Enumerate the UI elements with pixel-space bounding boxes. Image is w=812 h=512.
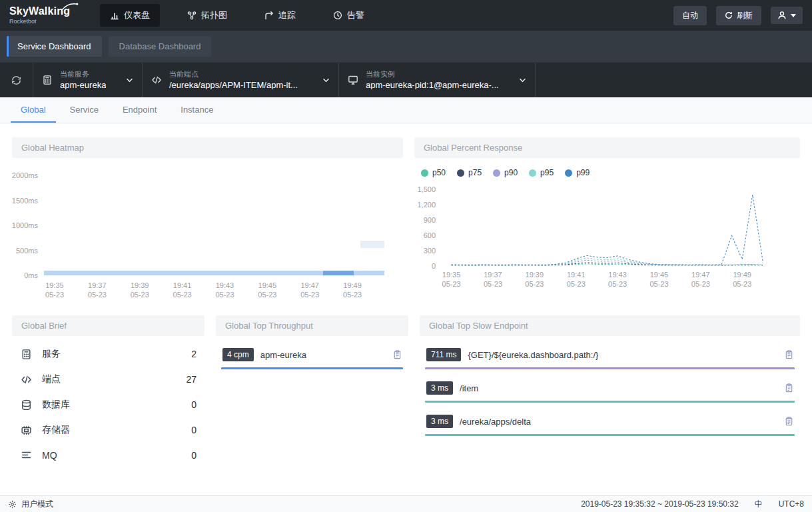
- brief-row-mq: MQ 0: [12, 443, 204, 467]
- x-axis-label: 19:4905-23: [733, 270, 751, 289]
- dashboard-tabs-bar: Service Dashboard Database Dashboard: [0, 31, 812, 62]
- tab-endpoint[interactable]: Endpoint: [113, 97, 167, 123]
- legend-dot: [421, 169, 428, 177]
- skywalking-logo[interactable]: SkyWalking Rocketbot: [9, 6, 73, 25]
- reload-context-button[interactable]: [0, 63, 33, 97]
- caret-down-icon: [791, 14, 796, 17]
- selector-label: 当前端点: [169, 71, 298, 78]
- series-line-p90: [452, 260, 763, 265]
- service-icon: [42, 75, 53, 85]
- refresh-button[interactable]: 刷新: [716, 6, 761, 25]
- gear-icon: [8, 500, 17, 509]
- time-range[interactable]: 2019-05-23 19:35:32 ~ 2019-05-23 19:50:3…: [581, 499, 739, 509]
- nav-item-trace[interactable]: 追踪: [254, 4, 306, 27]
- card-title: Global Top Throughput: [216, 315, 408, 336]
- top-navbar: SkyWalking Rocketbot 仪表盘 拓扑图 追踪: [0, 0, 812, 31]
- chevron-down-icon: [519, 78, 526, 83]
- dashboard-icon: [110, 11, 119, 20]
- copy-icon[interactable]: [785, 350, 793, 359]
- copy-icon[interactable]: [785, 417, 793, 426]
- brief-label: MQ: [42, 450, 57, 461]
- x-axis-label: 19:4505-23: [258, 281, 276, 300]
- throughput-badge: 4 cpm: [222, 348, 254, 361]
- context-selector-bar: 当前服务 apm-eureka 当前端点 /eureka/apps/APM-IT…: [0, 62, 812, 97]
- series-line-p99: [452, 195, 763, 265]
- x-axis-label: 19:4705-23: [300, 281, 319, 300]
- endpoint-name: /item: [460, 383, 478, 393]
- service-icon: [20, 349, 32, 360]
- user-menu[interactable]: [771, 7, 803, 24]
- heatmap-plot: [44, 175, 384, 275]
- card-title: Global Percent Response: [414, 137, 800, 158]
- y-axis-label: 2000ms: [12, 171, 38, 179]
- auto-refresh-button[interactable]: 自动: [673, 6, 707, 25]
- copy-icon[interactable]: [785, 383, 793, 393]
- y-axis-label: 1000ms: [12, 221, 38, 229]
- tab-database-dashboard[interactable]: Database Dashboard: [109, 36, 212, 57]
- instance-icon: [348, 75, 358, 85]
- x-axis-label: 19:4305-23: [215, 281, 234, 300]
- legend-item-p90[interactable]: p90: [493, 168, 518, 177]
- latency-badge: 3 ms: [426, 381, 453, 395]
- latency-bar: [425, 367, 795, 369]
- global-percent-response-card: Global Percent Response p50p75p90p95p99 …: [414, 137, 800, 303]
- brief-label: 存储器: [42, 424, 70, 436]
- nav-item-alarm[interactable]: 告警: [323, 4, 374, 27]
- legend-label: p50: [432, 168, 446, 177]
- legend-label: p95: [540, 168, 554, 177]
- legend-item-p99[interactable]: p99: [565, 168, 590, 177]
- throughput-name: apm-eureka: [260, 350, 306, 360]
- chevron-down-icon: [126, 78, 133, 83]
- y-axis-label: 1,500: [417, 185, 436, 193]
- response-legend: p50p75p90p95p99: [421, 168, 800, 177]
- y-axis-label: 600: [424, 231, 436, 239]
- x-axis-label: 19:3705-23: [484, 270, 502, 289]
- selector-label: 当前实例: [366, 71, 499, 78]
- main-nav: 仪表盘 拓扑图 追踪 告警: [100, 4, 374, 27]
- heatmap-cell: [323, 271, 354, 276]
- user-icon: [777, 11, 787, 20]
- refresh-button-label: 刷新: [737, 10, 753, 21]
- x-axis-label: 19:4105-23: [567, 270, 586, 289]
- endpoint-name: /eureka/apps/delta: [460, 417, 531, 427]
- x-axis-label: 19:3505-23: [45, 281, 64, 300]
- response-x-axis: 19:3505-2319:3705-2319:3905-2319:4105-23…: [441, 270, 773, 293]
- brief-value: 0: [191, 425, 197, 435]
- current-instance-selector[interactable]: 当前实例 apm-eureka-pid:1@apm-eureka-...: [339, 63, 536, 97]
- slow-endpoint-entry: 3 ms /eureka/apps/delta: [425, 413, 795, 436]
- legend-label: p99: [576, 168, 590, 177]
- copy-icon[interactable]: [393, 350, 402, 359]
- legend-item-p95[interactable]: p95: [529, 168, 554, 177]
- brief-label: 服务: [42, 348, 61, 360]
- endpoint-name: {GET}/${eureka.dashboard.path:/}: [468, 350, 598, 360]
- language-toggle[interactable]: 中: [755, 499, 763, 510]
- y-axis-label: 500ms: [16, 247, 38, 255]
- tab-service-dashboard[interactable]: Service Dashboard: [7, 36, 102, 57]
- legend-item-p50[interactable]: p50: [421, 168, 446, 177]
- tab-instance[interactable]: Instance: [171, 97, 223, 123]
- response-y-axis: 1,500 1,200 900 600 300 0: [414, 189, 441, 266]
- timezone-selector[interactable]: UTC+8: [779, 499, 804, 509]
- current-service-selector[interactable]: 当前服务 apm-eureka: [33, 63, 143, 97]
- current-endpoint-selector[interactable]: 当前端点 /eureka/apps/APM-ITEM/apm-it...: [143, 63, 339, 97]
- tab-service[interactable]: Service: [60, 97, 109, 123]
- brief-row-service: 服务 2: [12, 341, 204, 367]
- user-mode-toggle[interactable]: 用户模式: [8, 499, 53, 510]
- endpoint-icon: [151, 75, 162, 85]
- nav-item-topology[interactable]: 拓扑图: [177, 4, 237, 27]
- brief-value: 0: [191, 399, 197, 410]
- brief-label: 端点: [42, 373, 61, 385]
- x-axis-label: 19:3705-23: [88, 281, 107, 300]
- tab-global[interactable]: Global: [11, 97, 56, 123]
- nav-item-label: 拓扑图: [201, 9, 227, 21]
- y-axis-label: 1500ms: [12, 197, 38, 205]
- x-axis-label: 19:4905-23: [343, 281, 362, 300]
- slow-endpoint-entry: 3 ms /item: [425, 379, 795, 403]
- brief-value: 0: [191, 450, 197, 461]
- x-axis-label: 19:3905-23: [131, 281, 149, 300]
- card-title: Global Top Slow Endpoint: [420, 315, 800, 336]
- legend-item-p75[interactable]: p75: [457, 168, 482, 177]
- logo-subtext: Rocketbot: [9, 19, 73, 25]
- nav-item-dashboard[interactable]: 仪表盘: [100, 4, 160, 27]
- response-plot: [441, 189, 773, 266]
